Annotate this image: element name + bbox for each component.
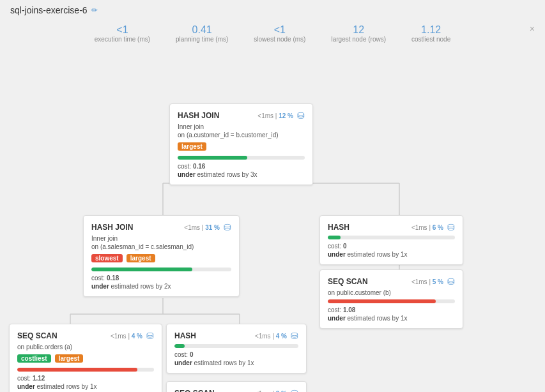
db-icon-seq-left: ⛁ [146, 331, 154, 341]
progress-bar-seq-right [328, 299, 455, 303]
progress-fill-mid [91, 268, 192, 271]
node-hash-join-mid-cost: cost: 0.18 [91, 275, 231, 282]
node-hash-mid-bottom[interactable]: HASH <1ms | 4 % ⛁ cost: 0 under estimate… [166, 324, 307, 373]
node-hash-join-mid-sub1: Inner join [91, 235, 231, 242]
node-hash-mid-bottom-under: under estimated rows by 1x [174, 359, 298, 366]
node-hash-join-mid-time: <1ms | 31 % [184, 224, 220, 231]
node-seq-scan-bottom[interactable]: SEQ SCAN <1ms | 2 % ⛁ on public.salesman… [166, 381, 307, 392]
progress-bar-mid [91, 268, 231, 271]
db-icon-hash-right: ⛁ [447, 222, 455, 232]
node-hash-mid-bottom-title: HASH [174, 331, 196, 340]
node-seq-scan-left-cost: cost: 1.12 [17, 375, 154, 382]
node-hash-join-top-sub2: on (a.customer_id = b.customer_id) [178, 132, 305, 139]
stat-largest-node: 12 largest node (rows) [331, 24, 386, 43]
stats-bar: <1 execution time (ms) 0.41 planning tim… [0, 20, 545, 49]
node-seq-scan-bottom-header: SEQ SCAN <1ms | 2 % ⛁ [174, 388, 298, 392]
node-hash-right[interactable]: HASH <1ms | 6 % ⛁ cost: 0 under estimate… [319, 215, 463, 265]
node-hash-join-mid[interactable]: HASH JOIN <1ms | 31 % ⛁ Inner join on (a… [83, 215, 240, 297]
badge-costliest: costliest [17, 354, 51, 363]
badge-largest: largest [178, 142, 206, 151]
node-seq-scan-right-header: SEQ SCAN <1ms | 5 % ⛁ [328, 276, 455, 287]
badge-slowest: slowest [91, 254, 123, 262]
node-hash-mid-bottom-time: <1ms | 4 % [255, 333, 287, 340]
node-seq-scan-right-cost: cost: 1.08 [328, 306, 455, 313]
node-seq-scan-bottom-time: <1ms | 2 % [255, 390, 287, 393]
progress-fill-hash-right [328, 236, 341, 239]
close-button[interactable]: × [530, 24, 535, 33]
db-icon-hash-mid-bottom: ⛁ [291, 331, 298, 341]
node-hash-join-mid-under: under estimated rows by 2x [91, 283, 231, 290]
badge-largest-left: largest [55, 354, 84, 363]
node-hash-mid-bottom-header: HASH <1ms | 4 % ⛁ [174, 331, 298, 341]
edit-icon[interactable]: ✏ [91, 6, 98, 15]
progress-fill-seq-left [17, 368, 137, 372]
node-seq-scan-right-under: under estimated rows by 1x [328, 315, 455, 322]
db-icon-seq-bottom: ⛁ [291, 388, 298, 392]
node-seq-scan-left-header: SEQ SCAN <1ms | 4 % ⛁ [17, 331, 154, 341]
node-hash-join-top-under: under estimated rows by 3x [178, 171, 305, 178]
db-icon: ⛁ [297, 110, 305, 121]
node-hash-join-top-title: HASH JOIN [178, 111, 219, 120]
diagram-area: HASH JOIN <1ms | 12 % ⛁ Inner join on (a… [0, 49, 545, 392]
progress-bar-seq-left [17, 368, 154, 372]
progress-bar-hash-mid-bottom [174, 344, 298, 348]
node-seq-scan-right-sub1: on public.customer (b) [328, 289, 455, 296]
node-seq-scan-right[interactable]: SEQ SCAN <1ms | 5 % ⛁ on public.customer… [319, 269, 463, 329]
node-seq-scan-bottom-title: SEQ SCAN [174, 389, 215, 392]
header: sql-joins-exercise-6 ✏ [0, 0, 545, 20]
node-seq-scan-left-under: under estimated rows by 1x [17, 383, 154, 390]
node-seq-scan-left-title: SEQ SCAN [17, 331, 58, 340]
node-hash-right-cost: cost: 0 [328, 243, 455, 250]
node-seq-scan-right-title: SEQ SCAN [328, 277, 368, 286]
db-icon-mid: ⛁ [224, 222, 231, 232]
node-hash-join-top-sub1: Inner join [178, 123, 305, 130]
progress-fill-top [178, 156, 247, 160]
node-hash-join-top-header: HASH JOIN <1ms | 12 % ⛁ [178, 110, 305, 121]
node-hash-join-top-cost: cost: 0.16 [178, 163, 305, 170]
node-hash-join-top-time: <1ms | 12 % [257, 112, 293, 119]
progress-fill-hash-mid-bottom [174, 344, 185, 348]
db-icon-seq-right: ⛁ [447, 276, 455, 287]
node-hash-join-mid-title: HASH JOIN [91, 223, 133, 232]
badge-largest-mid: largest [127, 254, 155, 262]
node-hash-right-title: HASH [328, 223, 349, 232]
node-seq-scan-left-sub1: on public.orders (a) [17, 343, 154, 351]
progress-fill-seq-right [328, 299, 436, 303]
node-seq-scan-left-time: <1ms | 4 % [111, 333, 142, 340]
node-hash-mid-bottom-cost: cost: 0 [174, 351, 298, 358]
stat-costliest-node: 1.12 costliest node [411, 24, 450, 43]
node-hash-right-time: <1ms | 6 % [411, 224, 443, 231]
node-hash-join-mid-header: HASH JOIN <1ms | 31 % ⛁ [91, 222, 231, 232]
node-hash-right-header: HASH <1ms | 6 % ⛁ [328, 222, 455, 232]
node-hash-join-mid-sub2: on (a.salesman_id = c.salesman_id) [91, 243, 231, 250]
progress-bar-hash-right [328, 236, 455, 239]
stat-planning-time: 0.41 planning time (ms) [176, 24, 228, 43]
node-seq-scan-left[interactable]: SEQ SCAN <1ms | 4 % ⛁ on public.orders (… [9, 324, 162, 392]
node-hash-join-top[interactable]: HASH JOIN <1ms | 12 % ⛁ Inner join on (a… [169, 103, 313, 185]
progress-bar-top [178, 156, 305, 160]
node-seq-scan-right-time: <1ms | 5 % [411, 278, 443, 285]
page-title: sql-joins-exercise-6 [10, 5, 88, 15]
node-hash-right-under: under estimated rows by 1x [328, 251, 455, 258]
page-container: sql-joins-exercise-6 ✏ <1 execution time… [0, 0, 545, 392]
stat-slowest-node: <1 slowest node (ms) [254, 24, 305, 43]
stat-execution-time: <1 execution time (ms) [95, 24, 150, 43]
